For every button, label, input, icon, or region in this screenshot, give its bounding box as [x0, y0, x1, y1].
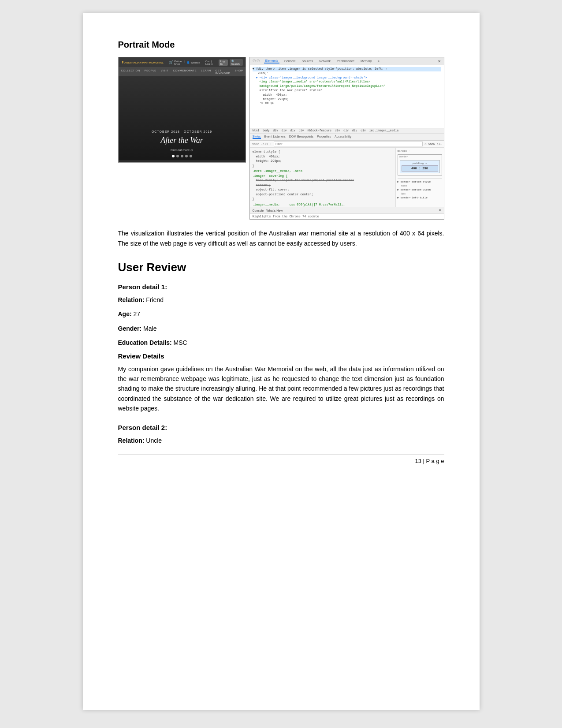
css-selector-2: .imager__coverImg { — [253, 174, 393, 179]
nav-buttons: 🛒 Online Shop | 👤 Website — [169, 60, 200, 65]
nav-collection[interactable]: COLLECTION — [121, 69, 140, 75]
styles-content-area: element.style { width: 400px; height: 29… — [250, 148, 444, 207]
close-bottom-panel-button[interactable]: ✕ — [439, 209, 441, 212]
subtab-event-listeners[interactable]: Event Listeners — [264, 135, 286, 139]
person-1-age: Age: 27 — [118, 309, 444, 319]
devtools-tab-sources[interactable]: Sources — [301, 59, 315, 63]
css-right-1: ▶ border-bottom-style — [398, 180, 442, 183]
devtools-close-button[interactable]: ✕ — [438, 59, 441, 63]
online-shop-link[interactable]: 🛒 Online Shop — [169, 60, 182, 65]
site-logo: 🎖 AUSTRALIAN WAR MEMORIAL — [121, 61, 164, 64]
devtools-tab-console[interactable]: Console — [283, 59, 297, 63]
code-line-9: '> == $0 — [253, 101, 441, 106]
carousel-dot-3[interactable] — [181, 155, 183, 157]
css-prop-1: font-family: 'object-fit:cover;object-po… — [253, 178, 393, 183]
person-1-gender: Gender: Male — [118, 324, 444, 333]
nav-commemorate[interactable]: COMMEMORATE — [173, 69, 197, 75]
hero-date: OCTOBER 2018 - OCTOBER 2019 — [152, 130, 212, 133]
styles-filter-bar: :hov .cls + ☐ Show all — [250, 141, 444, 148]
subtab-dom-breakpoints[interactable]: DOM Breakpoints — [289, 135, 313, 139]
nav-visit[interactable]: VISIT — [161, 69, 169, 75]
css-prop-3: object-fit: cover; — [253, 187, 393, 192]
code-line-4: <img class='imager__media' src='routes/d… — [253, 80, 441, 84]
gender-value-1: Male — [143, 325, 156, 332]
nav-get-involved[interactable]: GET INVOLVED — [216, 69, 231, 75]
carousel-dot-4[interactable] — [185, 155, 188, 157]
devtools-tab-memory[interactable]: Memory — [359, 59, 373, 63]
subtab-properties[interactable]: Properties — [317, 135, 331, 139]
css-rule-4: } — [253, 164, 393, 168]
chrome-update-message: Highlights from the Chrome 74 update — [253, 215, 319, 218]
border-label: border — [399, 155, 409, 158]
show-all-button[interactable]: ☐ Show all — [424, 142, 442, 146]
devtools-subtabs: Styles Event Listeners DOM Breakpoints P… — [250, 134, 444, 141]
person-2-title: Person detail 2: — [118, 424, 444, 431]
description-paragraph: The visualization illustrates the vertic… — [118, 228, 444, 248]
css-rules-area: element.style { width: 400px; height: 29… — [250, 148, 395, 207]
css-rule-close-1: } — [253, 197, 393, 202]
nav-shop[interactable]: SHOP — [235, 69, 243, 75]
devtools-tab-more[interactable]: » — [376, 59, 381, 63]
nav-people[interactable]: PEOPLE — [145, 69, 156, 75]
search-button[interactable]: 🔍 Search — [230, 59, 243, 66]
box-model-label: margin → — [398, 149, 442, 153]
document-page: Portrait Mode 🎖 AUSTRALIAN WAR MEMORIAL … — [83, 13, 480, 710]
css-right-panel: ▶ border-bottom-style none ▶ border-bott… — [398, 178, 442, 199]
browser-screenshot: 🎖 AUSTRALIAN WAR MEMORIAL 🛒 Online Shop … — [118, 57, 246, 163]
page-number: 13 | P a g e — [415, 458, 444, 464]
age-value-1: 27 — [134, 310, 141, 317]
whats-new-tab-button[interactable]: What's New — [266, 209, 283, 212]
carousel-dot-5[interactable] — [190, 155, 192, 157]
css-prop-2: center'; — [253, 183, 393, 188]
carousel-dot-1[interactable] — [172, 155, 175, 157]
hero-title: After the War — [160, 136, 203, 145]
css-source-1: .imager__media, css 060[plktj]7.0.css?or… — [253, 202, 393, 207]
box-model-border: border padding → 400 : 290 — [398, 154, 442, 175]
code-line-7: width: 400px; — [253, 93, 441, 97]
hero-overlay — [119, 76, 246, 160]
devtools-message-bar: Highlights from the Chrome 74 update — [250, 213, 444, 219]
css-prop-4: object-position: center center; — [253, 192, 393, 197]
devtools-panel: ⚆ ⚆ Elements Console Sources Network Per… — [249, 57, 444, 220]
devtools-tab-network[interactable]: Network — [318, 59, 332, 63]
css-right-4: 0px — [398, 192, 442, 195]
code-line-2: 200%;' — [253, 71, 441, 76]
code-line-3: ▼ <div class='imager__background imager_… — [253, 76, 441, 80]
nav-learn[interactable]: LEARN — [201, 69, 211, 75]
person-1-education: Education Details: MSC — [118, 338, 444, 347]
gender-label-1: Gender: — [118, 325, 142, 332]
css-right-2: none — [398, 184, 442, 187]
screenshot-container: 🎖 AUSTRALIAN WAR MEMORIAL 🛒 Online Shop … — [118, 57, 444, 220]
subtab-styles[interactable]: Styles — [253, 135, 261, 139]
user-review-title: User Review — [118, 261, 444, 274]
review-body-1: My companion gave guidelines on the Aust… — [118, 364, 444, 414]
hero-find-out-more[interactable]: Find out more ⊙ — [171, 149, 193, 152]
devtools-breadcrumb: html body div div div div #block-feature… — [250, 128, 444, 134]
code-line-8: height: 290px; — [253, 97, 441, 102]
code-line-1: ▼ #div .hero__item .imager is selected s… — [253, 67, 441, 71]
styles-filter-input[interactable] — [274, 142, 423, 146]
carousel-dot-2[interactable] — [176, 155, 179, 157]
login-button[interactable]: Log In — [219, 60, 228, 66]
console-tab-button[interactable]: Console — [253, 209, 264, 212]
box-model-padding: padding → 400 : 290 — [400, 160, 440, 173]
cart-login-link[interactable]: Cart | Log In — [205, 60, 217, 65]
devtools-code-area: ▼ #div .hero__item .imager is selected s… — [250, 65, 444, 128]
css-rule-2: width: 400px; — [253, 154, 393, 159]
page-number-area: 13 | P a g e — [118, 455, 444, 464]
devtools-tab-elements[interactable]: Elements — [264, 59, 279, 63]
education-value-1: MSC — [174, 339, 187, 346]
padding-label: padding → — [402, 162, 438, 165]
relation-label-2: Relation: — [118, 437, 145, 444]
age-label-1: Age: — [118, 310, 132, 317]
review-details-title-1: Review Details — [118, 352, 444, 360]
browser-nav-bar: 🎖 AUSTRALIAN WAR MEMORIAL 🛒 Online Shop … — [119, 57, 246, 68]
css-rule-3: height: 290px; — [253, 159, 393, 164]
devtools-tab-performance[interactable]: Performance — [335, 59, 356, 63]
code-line-5: background_large/public/images/feature/A… — [253, 84, 441, 89]
devtools-header: ⚆ ⚆ Elements Console Sources Network Per… — [250, 57, 444, 65]
education-label-1: Education Details: — [118, 339, 172, 346]
relation-value-1: Friend — [146, 296, 164, 303]
website-link[interactable]: 👤 Website — [186, 60, 200, 65]
subtab-accessibility[interactable]: Accessibility — [335, 135, 351, 139]
